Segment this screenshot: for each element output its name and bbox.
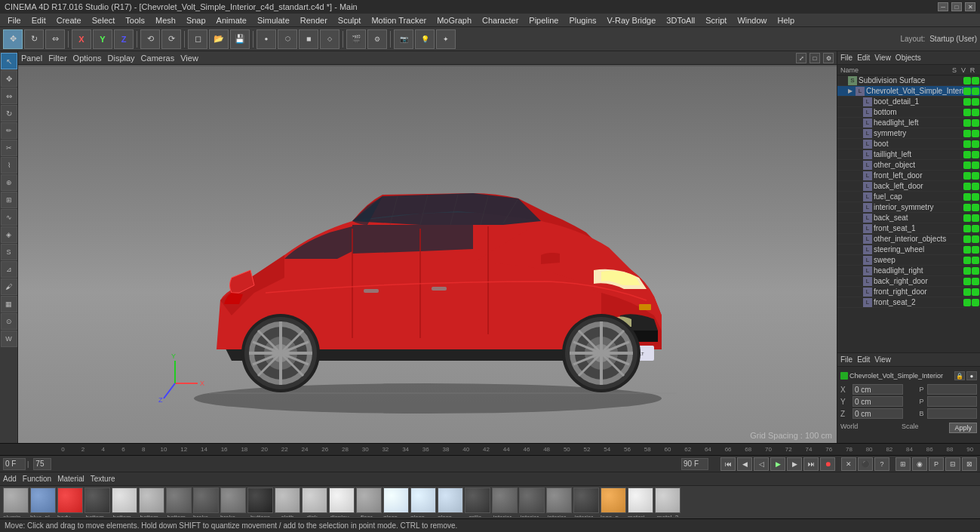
- rp-menu-view[interactable]: View: [874, 54, 891, 62]
- obj-row[interactable]: Lheadlight_right: [837, 266, 980, 276]
- material-swatch[interactable]: [383, 487, 409, 513]
- rotate-tool-button[interactable]: ↻: [24, 29, 44, 49]
- prev-frame-button[interactable]: ◀: [737, 457, 752, 471]
- total-frames-field[interactable]: [681, 458, 708, 470]
- viewport-menu-panel[interactable]: Panel: [21, 54, 42, 63]
- obj-row[interactable]: Lsweep: [837, 255, 980, 266]
- bridge-tool[interactable]: ⌇: [1, 157, 17, 174]
- obj-visibility-dot[interactable]: [963, 288, 971, 296]
- x-axis-button[interactable]: X: [72, 29, 91, 49]
- obj-render-dot[interactable]: [972, 193, 979, 201]
- playback-btn-2[interactable]: ◉: [912, 457, 927, 471]
- obj-visibility-dot[interactable]: [963, 98, 971, 106]
- obj-render-dot[interactable]: [972, 204, 979, 211]
- menu-item--dtoall[interactable]: 3DToAll: [662, 15, 699, 26]
- scale-tool[interactable]: ⇔: [1, 88, 17, 104]
- menu-item-script[interactable]: Script: [701, 15, 731, 26]
- obj-render-dot[interactable]: [972, 161, 979, 169]
- object-mode-button[interactable]: ◇: [320, 29, 339, 49]
- obj-row[interactable]: Lother_object: [837, 160, 980, 171]
- spline-tool[interactable]: ∿: [1, 209, 17, 226]
- maximize-button[interactable]: □: [951, 2, 962, 11]
- obj-visibility-dot[interactable]: [963, 88, 971, 95]
- mat-menu-material[interactable]: Material: [57, 475, 84, 483]
- material-swatch[interactable]: [84, 487, 110, 513]
- minimize-button[interactable]: ─: [938, 2, 948, 11]
- obj-row[interactable]: Linterior_symmetry: [837, 202, 980, 213]
- menu-item-help[interactable]: Help: [773, 15, 800, 26]
- menu-item-motion-tracker[interactable]: Motion Tracker: [367, 15, 431, 26]
- save-button[interactable]: 💾: [230, 29, 250, 49]
- z-axis-button[interactable]: Z: [114, 29, 134, 49]
- obj-row[interactable]: Lback_seat: [837, 213, 980, 223]
- attr-y-rot[interactable]: [927, 396, 978, 407]
- obj-row[interactable]: Lback_right_door: [837, 276, 980, 287]
- material-swatch[interactable]: [573, 487, 599, 513]
- go-start-button[interactable]: ⏮: [720, 457, 736, 471]
- attr-menu-file[interactable]: File: [840, 355, 853, 364]
- snap-tool[interactable]: S: [1, 244, 17, 260]
- attr-z-rot[interactable]: [927, 408, 978, 419]
- obj-visibility-dot[interactable]: [963, 77, 971, 85]
- obj-row[interactable]: Lfront_right_door: [837, 287, 980, 297]
- edge-mode-button[interactable]: ⬡: [278, 29, 297, 49]
- viewport-fullscreen-icon[interactable]: □: [809, 53, 820, 63]
- obj-render-dot[interactable]: [972, 77, 979, 85]
- material-swatch[interactable]: [139, 487, 164, 513]
- texture-tool[interactable]: ▦: [1, 296, 17, 312]
- attr-menu-edit[interactable]: Edit: [857, 355, 870, 364]
- attr-z-pos[interactable]: [853, 408, 903, 419]
- viewport-menu-cameras[interactable]: Cameras: [141, 54, 175, 63]
- obj-render-dot[interactable]: [972, 246, 979, 254]
- attr-y-pos[interactable]: [853, 396, 903, 407]
- obj-visibility-dot[interactable]: [963, 278, 971, 285]
- obj-row[interactable]: ▶LChevrolet_Volt_Simple_Interior: [837, 86, 980, 97]
- close-button[interactable]: ✕: [965, 2, 975, 11]
- obj-render-dot[interactable]: [972, 183, 979, 190]
- knife-tool[interactable]: ✂: [1, 140, 17, 156]
- paint-tool[interactable]: 🖌: [1, 278, 17, 295]
- mirror-tool[interactable]: ⊞: [1, 192, 17, 208]
- obj-row[interactable]: Lfront_seat_1: [837, 223, 980, 234]
- obj-visibility-dot[interactable]: [963, 246, 971, 254]
- obj-row[interactable]: Lfuel_cap: [837, 192, 980, 202]
- obj-render-dot[interactable]: [972, 88, 979, 95]
- magnet-tool[interactable]: ⊕: [1, 174, 17, 191]
- menu-item-sculpt[interactable]: Sculpt: [333, 15, 366, 26]
- material-swatch[interactable]: [275, 487, 300, 513]
- obj-visibility-dot[interactable]: [963, 257, 971, 264]
- obj-row[interactable]: Lother_interior_objects: [837, 234, 980, 244]
- obj-render-dot[interactable]: [972, 119, 979, 127]
- obj-row[interactable]: Lbottom: [837, 107, 980, 118]
- obj-render-dot[interactable]: [972, 151, 979, 158]
- attr-x-pos[interactable]: [853, 384, 903, 395]
- viewport-menu-filter[interactable]: Filter: [48, 54, 66, 63]
- sculpt-brush-tool[interactable]: ⊙: [1, 313, 17, 330]
- obj-render-dot[interactable]: [972, 257, 979, 264]
- menu-item-mograph[interactable]: MoGraph: [432, 15, 476, 26]
- obj-row[interactable]: Lheadlight_left: [837, 118, 980, 128]
- playback-btn-1[interactable]: ⊞: [896, 457, 911, 471]
- menu-item-plugins[interactable]: Plugins: [564, 15, 601, 26]
- material-swatch[interactable]: [601, 487, 626, 513]
- rp-menu-file[interactable]: File: [840, 54, 853, 62]
- material-swatch[interactable]: [193, 487, 219, 513]
- obj-render-dot[interactable]: [972, 278, 979, 285]
- rp-menu-objects[interactable]: Objects: [896, 54, 921, 62]
- menu-item-create[interactable]: Create: [52, 15, 86, 26]
- apply-button[interactable]: Apply: [949, 423, 977, 433]
- obj-row[interactable]: Lsymmetry: [837, 128, 980, 139]
- mat-menu-function[interactable]: Function: [23, 475, 51, 483]
- attr-lock-button[interactable]: 🔒: [954, 371, 965, 380]
- obj-render-dot[interactable]: [972, 288, 979, 296]
- menu-item-mesh[interactable]: Mesh: [151, 15, 180, 26]
- obj-visibility-dot[interactable]: [963, 109, 971, 116]
- obj-render-dot[interactable]: [972, 267, 979, 275]
- open-button[interactable]: 📂: [209, 29, 229, 49]
- attr-menu-view[interactable]: View: [874, 355, 891, 364]
- menu-item-snap[interactable]: Snap: [182, 15, 210, 26]
- playback-btn-4[interactable]: ⊟: [945, 457, 960, 471]
- material-swatch[interactable]: [410, 487, 436, 513]
- menu-item-window[interactable]: Window: [733, 15, 771, 26]
- material-swatch[interactable]: [492, 487, 518, 513]
